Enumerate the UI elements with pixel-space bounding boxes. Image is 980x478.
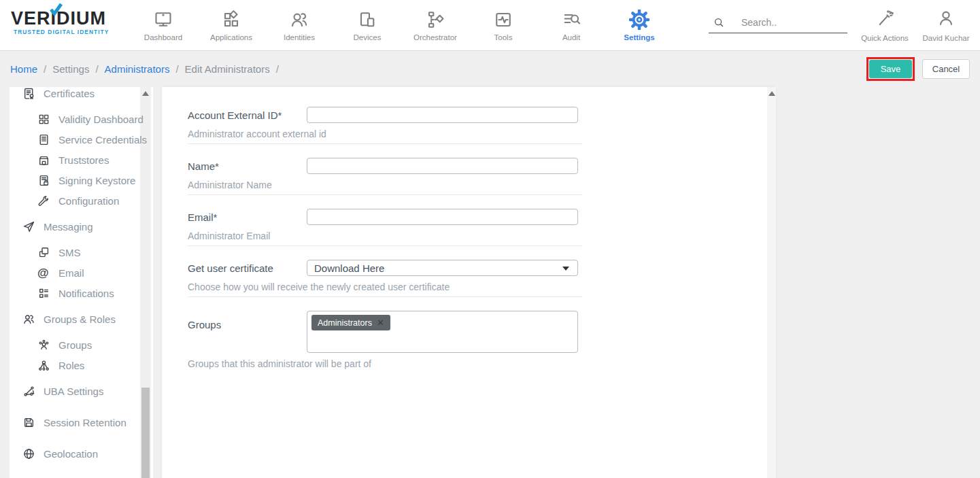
audit-icon [561,10,581,30]
sidebar-item-groups[interactable]: Groups [37,335,92,355]
sidebar-item-label: Roles [58,360,84,371]
sidebar-item-label: Session Retention [44,417,126,428]
sidebar-item-label: Groups [58,339,92,351]
sidebar-item-label: Messaging [44,221,93,233]
sidebar-item-validity-dashboard[interactable]: Validity Dashboard [37,109,143,129]
sidebar-item-truststores[interactable]: Truststores [37,150,109,170]
sidebar-item-roles[interactable]: Roles [37,355,84,375]
sidebar-item-messaging[interactable]: Messaging [22,216,93,237]
breadcrumb-separator: / [276,63,279,75]
field-label: Account External ID* [188,109,307,121]
sidebar-item-label: Groups & Roles [44,313,116,325]
form-row-name: Name*Administrator Name [188,158,582,195]
account-external-id-input[interactable] [307,107,578,123]
list-squares-icon [37,287,50,300]
select-value: Download Here [314,262,384,274]
annotation-highlight: Save [869,60,912,78]
breadcrumb-home[interactable]: Home [10,63,37,75]
sms-icon [37,246,50,259]
breadcrumb-separator: / [95,63,98,75]
quick-actions-button[interactable]: Quick Actions [858,0,912,51]
brand-tagline: TRUSTED DIGITAL IDENTITY [11,29,120,35]
sidebar-item-session-retention[interactable]: Session Retention [22,412,126,432]
sidebar-item-label: Email [58,267,84,279]
sidebar-item-label: Signing Keystore [58,175,135,186]
administrator-form: Account External ID*Administrator accoun… [162,87,582,373]
tag-administrators: Administrators✕ [311,315,390,330]
sidebar-item-configuration[interactable]: Configuration [37,190,119,211]
scroll-up-arrow-icon[interactable] [768,91,775,96]
save-button[interactable]: Save [869,60,912,78]
nav-item-label: Tools [494,33,513,41]
get-user-certificate-select[interactable]: Download Here [307,260,578,276]
nav-item-label: Audit [562,33,580,41]
settings-icon [629,10,649,30]
page-actions: Save Cancel [869,59,980,79]
sidebar-item-label: Notifications [58,288,114,299]
sidebar-item-label: SMS [58,247,81,258]
tag-remove-icon[interactable]: ✕ [377,318,384,328]
sidebar-item-service-credentials[interactable]: Service Credentials [37,129,147,150]
form-row-groups: GroupsAdministrators✕Groups that this ad… [188,311,582,373]
sidebar-item-uba-settings[interactable]: UBA Settings [22,381,103,401]
groups-tag-input[interactable]: Administrators✕ [307,311,578,353]
nav-item-identities[interactable]: Identities [265,0,333,51]
sidebar-item-notifications[interactable]: Notifications [37,283,114,303]
sidebar-item-signing-keystore[interactable]: Signing Keystore [37,170,135,190]
chevron-down-icon [562,267,569,271]
breadcrumb-separator: / [44,63,46,75]
nav-item-devices[interactable]: Devices [333,0,401,51]
breadcrumb-separator: / [175,63,178,75]
name-input[interactable] [307,158,578,174]
breadcrumb-bar: Home/Settings/Administrators/Edit Admini… [0,51,980,87]
user-name-label: David Kuchar [922,34,969,42]
nav-item-tools[interactable]: Tools [469,0,537,51]
nav-item-orchestrator[interactable]: Orchestrator [401,0,469,51]
nav-item-applications[interactable]: Applications [197,0,265,51]
wrench-icon [37,194,50,207]
at-icon: @ [37,267,50,279]
nav-item-audit[interactable]: Audit [537,0,605,51]
nav-item-settings[interactable]: Settings [605,0,673,51]
form-row-email: Email*Administrator Email [188,209,582,246]
scroll-up-arrow-icon[interactable] [142,91,149,96]
tag-label: Administrators [318,318,372,328]
applications-icon [221,10,241,30]
veridium-logo[interactable]: VERIDIUM TRUSTED DIGITAL IDENTITY [11,8,120,35]
quick-actions-label: Quick Actions [861,34,909,42]
certificate-icon [22,87,35,100]
search-input[interactable] [741,17,837,28]
sidebar-item-groups-roles[interactable]: Groups & Roles [22,309,116,329]
cancel-button[interactable]: Cancel [922,59,970,79]
nav-item-label: Identities [284,33,315,41]
sidebar-item-certificates[interactable]: Certificates [22,87,95,103]
sidebar-item-geolocation[interactable]: Geolocation [22,443,98,464]
user-menu-button[interactable]: David Kuchar [917,0,975,51]
field-helper: Administrator account external id [188,129,582,139]
email-input[interactable] [307,209,578,225]
sidebar-item-email[interactable]: @Email [37,262,84,283]
group-icon [37,339,50,352]
breadcrumb: Home/Settings/Administrators/Edit Admini… [0,63,279,75]
sidebar-item-label: Geolocation [44,448,98,460]
sidebar-item-label: Certificates [44,88,95,99]
field-label: Groups [188,311,307,330]
sidebar-scrollbar-thumb[interactable] [141,388,150,478]
nav-item-dashboard[interactable]: Dashboard [129,0,197,51]
main-scrollbar[interactable] [767,87,776,478]
globe-icon [22,447,35,460]
sidebar-item-label: Validity Dashboard [58,114,143,125]
field-label: Get user certificate [188,262,307,274]
send-icon [22,220,35,233]
devices-icon [357,10,377,30]
breadcrumb-edit-administrators: Edit Administrators [185,63,270,75]
top-nav-bar: VERIDIUM TRUSTED DIGITAL IDENTITY Dashbo… [0,0,980,51]
grid-icon [37,113,50,126]
sidebar-item-label: UBA Settings [44,386,103,397]
field-label: Name* [188,160,307,172]
edit-administrator-form-panel: Account External ID*Administrator accoun… [162,87,776,478]
breadcrumb-administrators[interactable]: Administrators [105,63,170,75]
nav-item-label: Applications [210,33,252,41]
sidebar-item-sms[interactable]: SMS [37,242,81,262]
field-helper: Groups that this administrator will be p… [188,358,582,369]
